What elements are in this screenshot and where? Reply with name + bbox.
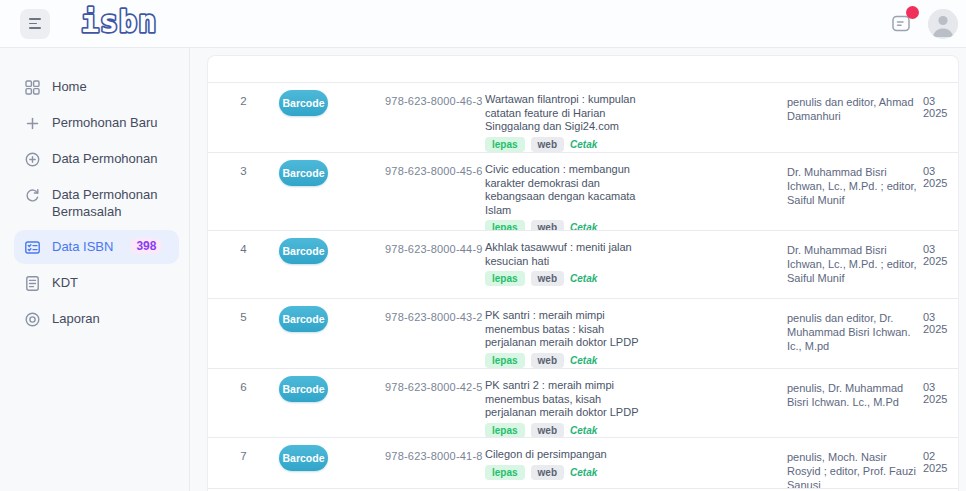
tag-lepas: lepas: [485, 220, 525, 231]
tag-web: web: [531, 423, 564, 438]
tag-lepas: lepas: [485, 271, 525, 286]
menu-toggle-button[interactable]: [20, 9, 50, 39]
publish-date: 02 2025: [922, 448, 958, 489]
main-content: 2 Barcode 978-623-8000-46-3 Wartawan fil…: [190, 48, 966, 491]
top-header: isbn: [0, 0, 966, 48]
plus-circle-icon: [24, 151, 41, 168]
sidebar-item-label: Data ISBN: [52, 238, 113, 255]
barcode-button[interactable]: Barcode: [279, 445, 328, 471]
tag-cetak: Cetak: [570, 423, 597, 438]
tag-cetak: Cetak: [570, 353, 597, 368]
book-title: PK santri : meraih mimpi menembus batas …: [485, 309, 648, 350]
document-icon: [24, 275, 41, 292]
row-number: 5: [208, 309, 279, 368]
book-title: Cilegon di persimpangan: [485, 448, 648, 462]
tag-cetak: Cetak: [570, 465, 597, 480]
isbn-number: 978-623-8000-43-2: [385, 309, 485, 368]
notification-dot: [906, 6, 919, 19]
barcode-button[interactable]: Barcode: [279, 238, 328, 264]
isbn-count-badge: 398: [130, 238, 162, 254]
author-info: Dr. Muhammad Bisri Ichwan, Lc., M.Pd. ; …: [787, 241, 922, 298]
tag-web: web: [531, 137, 564, 152]
grid-icon: [24, 79, 41, 96]
sidebar-item-laporan[interactable]: Laporan: [14, 302, 179, 336]
table-row: 4 Barcode 978-623-8000-44-9 Akhlak tasaw…: [208, 231, 958, 299]
sidebar-item-data-permohonan[interactable]: Data Permohonan: [14, 142, 179, 176]
tag-web: web: [531, 271, 564, 286]
tag-cetak: Cetak: [570, 220, 597, 231]
table-row-clipped: [208, 56, 958, 83]
disc-icon: [24, 311, 41, 328]
tag-lepas: lepas: [485, 137, 525, 152]
tag-web: web: [531, 220, 564, 231]
author-info: penulis, Moch. Nasir Rosyid ; editor, Pr…: [787, 448, 922, 489]
sidebar-item-label: Permohonan Baru: [52, 114, 158, 131]
author-info: penulis dan editor, Dr. Muhammad Bisri I…: [787, 309, 922, 368]
barcode-button[interactable]: Barcode: [279, 376, 328, 402]
barcode-button[interactable]: Barcode: [279, 160, 328, 186]
sidebar-item-data-permohonan-bermasalah[interactable]: Data Permohonan Bermasalah: [14, 178, 179, 228]
author-info: penulis, Dr. Muhammad Bisri Ichwan. Lc.,…: [787, 379, 922, 438]
row-number: 3: [208, 163, 279, 231]
publish-date: 03 2025: [922, 93, 958, 152]
table-row: 3 Barcode 978-623-8000-45-6 Civic educat…: [208, 153, 958, 231]
sidebar: Home Permohonan Baru Data Permohonan: [0, 48, 190, 491]
row-number: 4: [208, 241, 279, 298]
sidebar-item-label: Laporan: [52, 310, 100, 327]
sidebar-item-label: KDT: [52, 274, 78, 291]
isbn-table-card: 2 Barcode 978-623-8000-46-3 Wartawan fil…: [207, 55, 959, 491]
tag-cetak: Cetak: [570, 137, 597, 152]
barcode-button[interactable]: Barcode: [279, 90, 328, 116]
isbn-number: 978-623-8000-44-9: [385, 241, 485, 298]
publish-date: 03 2025: [922, 379, 958, 438]
book-title: Civic education : membangun karakter dem…: [485, 163, 648, 217]
plus-icon: [24, 115, 41, 132]
book-title: Akhlak tasawwuf : meniti jalan kesucian …: [485, 241, 648, 268]
person-icon: [928, 9, 958, 39]
tag-cetak: Cetak: [570, 271, 597, 286]
user-avatar[interactable]: [928, 9, 958, 39]
table-row: 6 Barcode 978-623-8000-42-5 PK santri 2 …: [208, 369, 958, 438]
publish-date: 03 2025: [922, 309, 958, 368]
checklist-icon: [24, 239, 41, 256]
tag-lepas: lepas: [485, 465, 525, 480]
table-row: 5 Barcode 978-623-8000-43-2 PK santri : …: [208, 299, 958, 369]
sidebar-item-label: Data Permohonan Bermasalah: [52, 186, 169, 220]
publish-date: 03 2025: [922, 163, 958, 231]
svg-text:isbn: isbn: [81, 4, 157, 39]
table-row: 2 Barcode 978-623-8000-46-3 Wartawan fil…: [208, 83, 958, 153]
sidebar-item-label: Data Permohonan: [52, 150, 158, 167]
table-row: 7 Barcode 978-623-8000-41-8 Cilegon di p…: [208, 438, 958, 489]
sidebar-item-data-isbn[interactable]: Data ISBN 398: [14, 230, 179, 264]
sidebar-item-label: Home: [52, 78, 87, 95]
row-number: 7: [208, 448, 279, 489]
isbn-number: 978-623-8000-46-3: [385, 93, 485, 152]
isbn-number: 978-623-8000-45-6: [385, 163, 485, 231]
tag-lepas: lepas: [485, 353, 525, 368]
sidebar-item-home[interactable]: Home: [14, 70, 179, 104]
isbn-number: 978-623-8000-42-5: [385, 379, 485, 438]
sidebar-item-kdt[interactable]: KDT: [14, 266, 179, 300]
refresh-icon: [24, 187, 41, 204]
tag-web: web: [531, 465, 564, 480]
author-info: Dr. Muhammad Bisri Ichwan, Lc., M.Pd. ; …: [787, 163, 922, 231]
tag-web: web: [531, 353, 564, 368]
row-number: 6: [208, 379, 279, 438]
tag-lepas: lepas: [485, 423, 525, 438]
notifications-button[interactable]: [890, 12, 914, 36]
sidebar-item-permohonan-baru[interactable]: Permohonan Baru: [14, 106, 179, 140]
book-title: PK santri 2 : meraih mimpi menembus bata…: [485, 379, 648, 420]
book-title: Wartawan filantropi : kumpulan catatan f…: [485, 93, 648, 134]
row-number: 2: [208, 93, 279, 152]
publish-date: 03 2025: [922, 241, 958, 298]
author-info: penulis dan editor, Ahmad Damanhuri: [787, 93, 922, 152]
isbn-logo-icon: isbn: [78, 4, 178, 40]
barcode-button[interactable]: Barcode: [279, 306, 328, 332]
app-logo: isbn: [78, 4, 178, 44]
isbn-number: 978-623-8000-41-8: [385, 448, 485, 489]
